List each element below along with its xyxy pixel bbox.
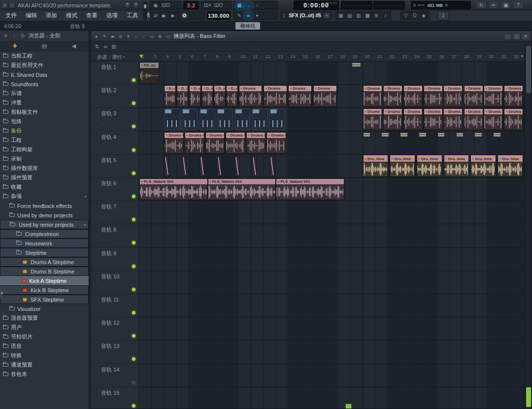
clip-drum[interactable]: ≡D..ms <box>214 85 226 107</box>
expand-chevron-icon[interactable]: ▾ <box>84 223 86 227</box>
track-mute-led[interactable] <box>132 78 135 82</box>
browser-item[interactable]: Kick A Steptime <box>0 276 89 285</box>
panel-collapse-handle[interactable]: ◀ <box>0 287 3 299</box>
oscilloscope-right[interactable] <box>373 1 405 9</box>
track-name[interactable]: 音轨 11 <box>101 296 119 304</box>
clip-kick[interactable] <box>164 155 169 177</box>
pl-link-icon[interactable]: ∞ <box>101 43 109 50</box>
clip-kick[interactable] <box>200 155 204 177</box>
track-options[interactable]: ... <box>101 144 106 149</box>
clip-drumdense[interactable]: ≡Dru..time <box>470 155 496 177</box>
browser-item[interactable]: 工程 <box>0 136 89 145</box>
clip-nature[interactable]: ≡FLS_Nature 001 <box>208 178 276 200</box>
track-mute-led[interactable] <box>132 381 135 384</box>
slice-tool-icon[interactable]: ∕ <box>140 33 148 40</box>
plugin-window-icon[interactable]: ♪ <box>381 12 389 19</box>
track-header[interactable]: 音轨 6... <box>91 178 139 201</box>
track-options[interactable]: ... <box>101 330 106 335</box>
browser-item[interactable]: 备份 <box>0 126 89 136</box>
clip-drum[interactable]: ≡D..ms <box>164 85 176 107</box>
draw-tool-icon[interactable]: ✎ <box>101 33 108 40</box>
clip-mini[interactable] <box>352 62 361 67</box>
clip-drum[interactable]: ≡D..ms <box>177 85 189 107</box>
track-mute-led[interactable] <box>132 195 135 198</box>
browser-item[interactable]: 杂项▾ <box>0 192 89 201</box>
track-header[interactable]: 音轨 11... <box>91 294 139 317</box>
funnel-icon[interactable]: ▽ <box>402 12 410 19</box>
oscilloscope-left[interactable] <box>341 1 372 9</box>
clip-drum[interactable]: ≡Drums <box>424 85 443 107</box>
clip-kick[interactable] <box>269 155 274 177</box>
browser-item[interactable]: 节拍切片 <box>0 332 89 341</box>
pan-knob-icon[interactable]: ◉ <box>152 2 160 9</box>
clip-drum[interactable]: ≡D..ms <box>201 85 213 107</box>
track-name[interactable]: 音轨 7 <box>101 203 116 210</box>
track-name[interactable]: 音轨 10 <box>101 273 119 280</box>
keyboard-map-icon[interactable]: ▦ <box>235 2 243 9</box>
clip-drum[interactable]: ≡Drums <box>313 85 337 107</box>
play-icon[interactable]: ▶ <box>160 12 168 19</box>
clip-kick[interactable] <box>182 155 187 177</box>
track-header[interactable]: 音轨 2... <box>91 85 139 108</box>
clip-drum[interactable]: ≡Drums <box>504 85 523 107</box>
export-button[interactable]: ↧ <box>437 11 449 20</box>
slip-tool-icon[interactable]: ↔ <box>133 33 140 40</box>
record-button[interactable] <box>181 12 188 19</box>
browser-item[interactable]: Soundfonts <box>0 79 89 89</box>
clip-mini[interactable] <box>363 132 371 137</box>
clip-nature[interactable]: ≡FLS_Nature 001 <box>139 178 208 200</box>
clip-drum[interactable]: ≡Drums <box>464 85 483 107</box>
track-name[interactable]: 音轨 1 <box>101 64 116 71</box>
delete-tool-icon[interactable]: ⊘ <box>117 33 124 40</box>
track-options[interactable]: ... <box>101 167 106 172</box>
track-options[interactable]: ... <box>101 400 106 405</box>
track-header[interactable]: 音轨 14... <box>91 364 139 387</box>
track-options[interactable]: ... <box>101 213 106 218</box>
channel-rack-window-icon[interactable]: ▥ <box>355 12 363 19</box>
track-mute-led[interactable] <box>132 265 135 268</box>
track-options[interactable]: ... <box>101 260 106 265</box>
track-options[interactable]: ... <box>101 237 106 241</box>
clip-drum[interactable]: ≡Drums #6 <box>383 108 402 130</box>
browser-item[interactable]: Visualizer <box>0 304 89 313</box>
pl-menu-icon[interactable]: ▸ <box>93 33 100 40</box>
clip-drum[interactable]: ≡Drums <box>239 85 263 107</box>
menu-item[interactable]: 编辑 <box>21 10 41 21</box>
pl-minimize-icon[interactable]: – <box>504 33 512 40</box>
clip-drum[interactable]: ≡Drums <box>383 85 402 107</box>
browser-item[interactable]: Steptime <box>0 248 89 257</box>
browser-item[interactable]: 工程构架 <box>0 145 89 154</box>
pl-close-icon[interactable]: ✕ <box>522 33 530 40</box>
detach-window-button[interactable]: ▫ <box>9 2 15 8</box>
clip-drum[interactable]: ≡Drums <box>288 85 312 107</box>
clip-pattern[interactable] <box>269 108 286 130</box>
master-volume-knob[interactable] <box>124 1 131 8</box>
clip-greenmini[interactable] <box>345 404 352 409</box>
clip-drum[interactable]: ≡Drums #6 <box>504 108 523 130</box>
browser-item[interactable]: Used by demo projects <box>0 210 89 220</box>
clip-drumdense[interactable]: ≡Dru..time <box>444 155 469 177</box>
track-name[interactable]: 音轨 15 <box>101 389 119 397</box>
browser-tab-add[interactable]: ✚ <box>0 41 30 51</box>
track-header[interactable]: 音轨 15... <box>91 387 139 409</box>
vertical-zoom-grip[interactable] <box>526 387 531 407</box>
clip-kick[interactable] <box>217 155 222 177</box>
scissors-icon[interactable]: ✂ <box>488 1 499 9</box>
mute-tool-icon[interactable]: ✕ <box>125 33 132 40</box>
menu-item[interactable]: 模式 <box>62 10 82 21</box>
browser-item[interactable]: Drums B Steptime <box>0 267 89 276</box>
track-header[interactable]: 音轨 10... <box>91 271 139 294</box>
browser-item[interactable]: 音色库 <box>0 370 89 379</box>
mixer-window-icon[interactable]: ▩ <box>364 12 371 19</box>
magnet-icon[interactable]: Ω <box>411 12 419 19</box>
vscrollbar-thumb[interactable] <box>526 46 531 93</box>
clip-pattern[interactable] <box>252 108 268 130</box>
export-icon[interactable]: ↧ <box>439 12 447 19</box>
browser-item[interactable]: Housework <box>0 239 89 248</box>
clip-drumdense[interactable]: ≡Dru..time <box>363 155 389 177</box>
slide-mode-label[interactable]: 滑行 <box>112 54 122 61</box>
track-options[interactable]: ... <box>101 190 106 195</box>
clip-mini[interactable] <box>437 132 445 137</box>
zoom-tool-icon[interactable]: ⊕ <box>156 33 164 40</box>
browser-tab-files[interactable]: ▤ <box>30 41 59 51</box>
